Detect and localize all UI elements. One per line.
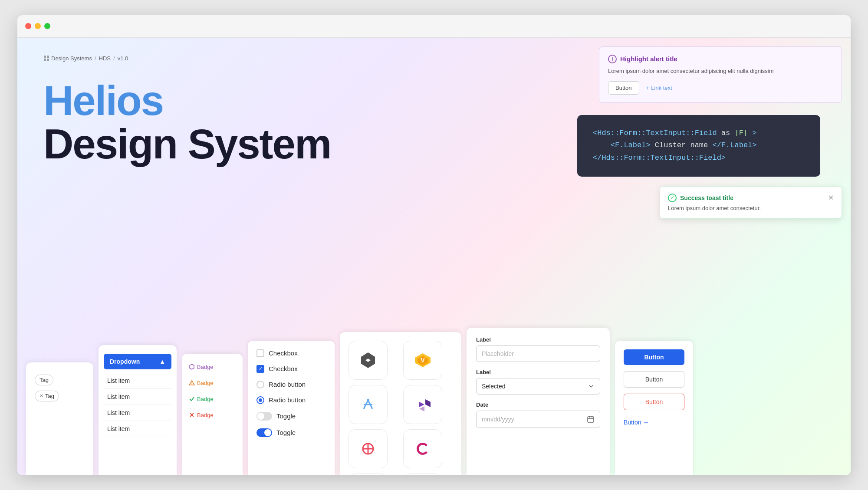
tag-item-closable[interactable]: ✕ Tag bbox=[35, 391, 59, 401]
check-icon: ✓ bbox=[668, 194, 677, 202]
badge-green: Badge bbox=[189, 395, 236, 404]
svg-point-14 bbox=[367, 399, 369, 401]
svg-text:V: V bbox=[421, 357, 425, 364]
svg-rect-23 bbox=[589, 416, 590, 418]
date-placeholder: mm/dd/yyyy bbox=[482, 416, 514, 423]
svg-rect-3 bbox=[47, 59, 49, 61]
svg-rect-24 bbox=[592, 416, 592, 418]
chevron-icon bbox=[588, 383, 595, 390]
dropdown-item-1[interactable]: List item bbox=[104, 373, 171, 389]
tag-label: Tag bbox=[39, 377, 49, 383]
tag-label-closable: Tag bbox=[45, 393, 54, 399]
checkbox-unchecked[interactable] bbox=[256, 349, 264, 357]
hero-title-blue: Helios bbox=[43, 79, 347, 123]
form-label-1: Label bbox=[476, 336, 600, 343]
radio-checked[interactable] bbox=[256, 396, 264, 404]
calendar-icon bbox=[587, 415, 595, 423]
date-input[interactable]: mm/dd/yyyy bbox=[476, 411, 600, 428]
icon-waypoint bbox=[349, 474, 388, 475]
hero-title-dark: Design System bbox=[43, 122, 347, 166]
radio-unchecked[interactable] bbox=[256, 381, 264, 388]
button-link[interactable]: Button → bbox=[624, 416, 684, 428]
browser-bar bbox=[17, 15, 851, 38]
warning-icon: ! bbox=[189, 380, 195, 386]
form-select[interactable]: Selected bbox=[476, 378, 600, 395]
badge-card: Badge ! Badge Badge bbox=[182, 354, 243, 475]
checkbox-checked[interactable]: ✓ bbox=[256, 365, 264, 373]
code-line-2: <F.Label> Cluster name </F.Label> bbox=[593, 139, 805, 152]
form-label-2: Label bbox=[476, 369, 600, 375]
badge-red: Badge bbox=[189, 411, 236, 420]
alert-button[interactable]: Button bbox=[608, 81, 639, 95]
icon-grid-card: V bbox=[340, 332, 461, 475]
icon-terraform bbox=[403, 385, 442, 424]
breadcrumb-version: v1.0 bbox=[118, 55, 128, 62]
icon-vault: V bbox=[403, 341, 442, 380]
alert-link-text: Link text bbox=[651, 85, 672, 91]
radio-row-checked[interactable]: Radio button bbox=[256, 396, 326, 404]
alert-title: Highlight alert title bbox=[620, 55, 677, 62]
badge-orange: ! Badge bbox=[189, 378, 236, 388]
alert-link[interactable]: + Link text bbox=[646, 85, 672, 91]
button-primary[interactable]: Button bbox=[624, 349, 684, 365]
icon-packer bbox=[403, 474, 442, 475]
dropdown-item-3[interactable]: List item bbox=[104, 405, 171, 421]
toggle-off[interactable] bbox=[256, 412, 272, 421]
toggle-row-off[interactable]: Toggle bbox=[256, 412, 326, 421]
toggle-row-on[interactable]: Toggle bbox=[256, 428, 326, 437]
alert-header: i Highlight alert title bbox=[608, 55, 833, 63]
button-danger[interactable]: Button bbox=[624, 394, 684, 410]
svg-marker-4 bbox=[190, 364, 194, 369]
dropdown-item-4[interactable]: List item bbox=[104, 421, 171, 437]
dropdown-button[interactable]: Dropdown ▲ bbox=[104, 354, 171, 369]
checkbox-row-checked[interactable]: ✓ Checkbox bbox=[256, 365, 326, 373]
browser-window: Design Systems / HDS / v1.0 Helios Desig… bbox=[17, 15, 851, 475]
button-secondary[interactable]: Button bbox=[624, 371, 684, 388]
close-icon[interactable]: ✕ bbox=[828, 194, 834, 202]
icon-boundary bbox=[349, 429, 388, 468]
alert-body: Lorem ipsum dolor amet consectetur adipi… bbox=[608, 67, 833, 76]
checkbox-row-unchecked[interactable]: Checkbox bbox=[256, 349, 326, 357]
form-input-placeholder[interactable]: Placeholder bbox=[476, 345, 600, 362]
checkbox-label-1: Checkbox bbox=[269, 349, 298, 357]
svg-rect-18 bbox=[411, 437, 435, 461]
grid-icon bbox=[43, 55, 49, 61]
form-selected-value: Selected bbox=[482, 383, 505, 390]
svg-rect-0 bbox=[44, 56, 46, 58]
checkbox-label-2: Checkbox bbox=[269, 365, 298, 372]
icon-nomad bbox=[349, 385, 388, 424]
dropdown-label: Dropdown bbox=[110, 358, 140, 365]
toast-title-row: ✓ Success toast title bbox=[668, 194, 733, 202]
svg-rect-22 bbox=[588, 417, 594, 422]
dropdown-item-2[interactable]: List item bbox=[104, 389, 171, 405]
form-label-date: Date bbox=[476, 401, 600, 408]
tag-close-icon[interactable]: ✕ bbox=[39, 393, 43, 399]
svg-text:!: ! bbox=[191, 382, 192, 385]
icon-hashicorp bbox=[349, 341, 388, 380]
highlight-alert: i Highlight alert title Lorem ipsum dolo… bbox=[599, 46, 842, 103]
code-block: <Hds::Form::TextInput::Field as |F| > <F… bbox=[577, 115, 820, 177]
code-line-1: <Hds::Form::TextInput::Field as |F| > bbox=[593, 127, 805, 140]
button-card: Button Button Button Button → bbox=[615, 341, 693, 475]
dot-red[interactable] bbox=[25, 23, 31, 29]
check-badge-icon bbox=[189, 396, 195, 402]
dropdown-card: Dropdown ▲ List item List item List item… bbox=[99, 345, 177, 475]
dot-green[interactable] bbox=[44, 23, 50, 29]
alert-actions: Button + Link text bbox=[608, 81, 833, 95]
info-icon: i bbox=[608, 55, 617, 63]
toggle-label-2: Toggle bbox=[276, 429, 296, 436]
plus-icon: + bbox=[646, 85, 650, 91]
radio-label-2: Radio button bbox=[269, 396, 306, 404]
radio-label-1: Radio button bbox=[269, 381, 306, 388]
toggle-label-1: Toggle bbox=[276, 412, 296, 420]
dot-yellow[interactable] bbox=[35, 23, 41, 29]
components-row: Tag ✕ Tag Dropdown ▲ List item List item… bbox=[17, 328, 851, 475]
breadcrumb: Design Systems / HDS / v1.0 bbox=[43, 55, 347, 62]
success-toast: ✓ Success toast title ✕ Lorem ipsum dolo… bbox=[660, 186, 842, 219]
form-card: Label Placeholder Label Selected Date mm… bbox=[467, 328, 610, 475]
tag-item-plain[interactable]: Tag bbox=[35, 375, 53, 385]
breadcrumb-hds: HDS bbox=[99, 55, 111, 62]
radio-row-unchecked[interactable]: Radio button bbox=[256, 381, 326, 388]
toast-body: Lorem ipsum dolor amet consectetur. bbox=[668, 205, 834, 211]
toggle-on[interactable] bbox=[256, 428, 272, 437]
